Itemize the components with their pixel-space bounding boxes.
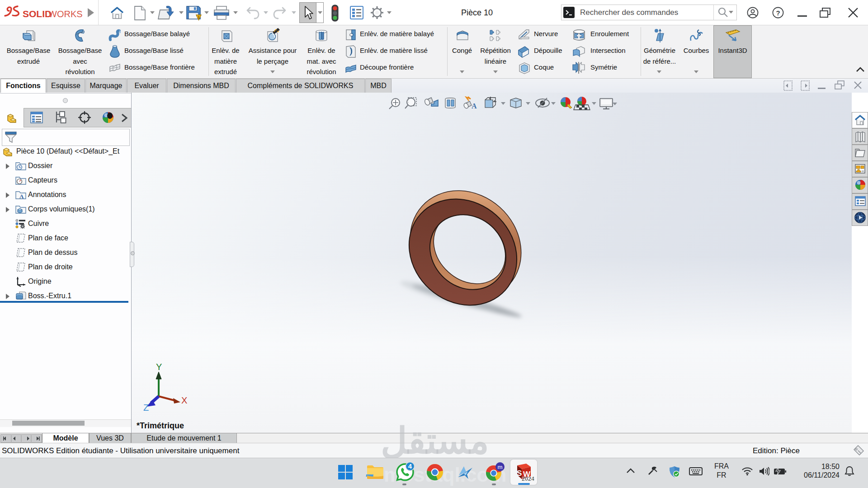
svg-text:!: ! [198, 15, 199, 19]
svg-text:4: 4 [408, 462, 412, 470]
svg-text:S: S [517, 469, 522, 478]
svg-text:?: ? [776, 9, 780, 17]
svg-text:A: A [19, 193, 24, 200]
svg-text:WORKS: WORKS [48, 9, 83, 19]
svg-text:2024: 2024 [522, 476, 534, 482]
svg-text:m: m [497, 464, 503, 470]
svg-text:X: X [181, 395, 187, 405]
svg-text:Y: Y [156, 364, 162, 372]
svg-text:SOLID: SOLID [23, 9, 52, 19]
svg-text:Z: Z [143, 403, 149, 413]
